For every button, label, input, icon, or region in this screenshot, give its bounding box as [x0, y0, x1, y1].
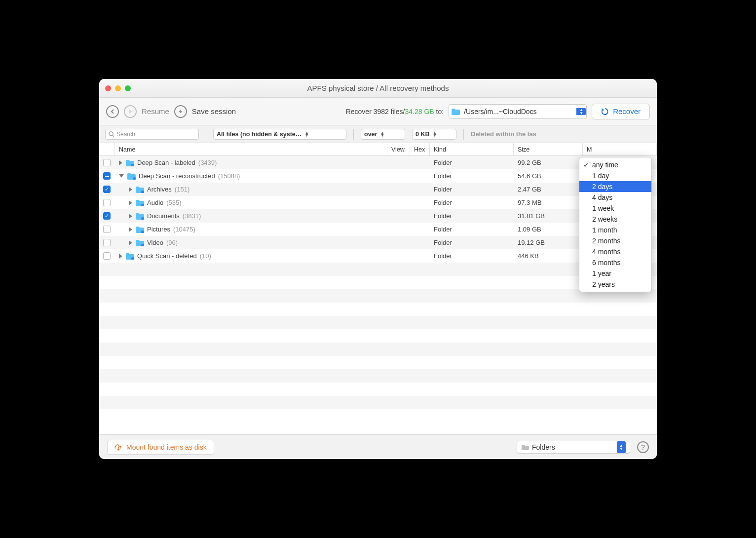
menu-item[interactable]: 2 days [579, 181, 651, 192]
caret-icon: ▲▼ [380, 132, 384, 137]
disclosure-triangle-icon[interactable] [129, 240, 132, 245]
menu-item[interactable]: ✓any time [579, 159, 651, 170]
recover-prefix: Recover [346, 108, 374, 115]
disclosure-triangle-icon[interactable] [129, 200, 132, 205]
size-comparator-filter[interactable]: over ▲▼ [361, 129, 405, 140]
row-checkbox[interactable] [103, 226, 111, 233]
search-input[interactable]: Search [105, 129, 199, 140]
zoom-window-button[interactable] [125, 85, 131, 91]
menu-item-label: 4 days [592, 193, 612, 201]
menu-item-label: 2 months [592, 237, 621, 245]
row-size: 1.09 GB [514, 226, 583, 233]
row-size: 99.2 GB [514, 159, 583, 166]
menu-item[interactable]: 1 year [579, 268, 651, 279]
menu-item[interactable]: 2 weeks [579, 214, 651, 225]
row-kind: Folder [430, 212, 514, 220]
disclosure-triangle-icon[interactable] [129, 214, 132, 219]
row-size: 446 KB [514, 252, 583, 260]
menu-item[interactable]: 1 month [579, 225, 651, 235]
folder-icon [135, 199, 144, 206]
recover-icon [601, 108, 609, 115]
view-mode-label: Folders [529, 443, 617, 451]
menu-item[interactable]: 4 months [579, 246, 651, 257]
table-row[interactable]: Quick Scan - deleted (10)Folder446 KB [99, 249, 657, 263]
row-size: 19.12 GB [514, 239, 583, 246]
mount-icon [114, 443, 122, 451]
menu-item-label: 2 days [592, 183, 612, 191]
disclosure-triangle-icon[interactable] [129, 187, 132, 192]
recover-button-label: Recover [613, 107, 641, 115]
size-value-filter[interactable]: 0 KB ▲▼ [412, 129, 456, 140]
disclosure-triangle-icon[interactable] [119, 254, 122, 259]
file-type-filter[interactable]: All files (no hidden & syste… ▲▼ [213, 129, 346, 140]
row-checkbox[interactable] [103, 239, 111, 246]
play-button[interactable] [124, 105, 137, 118]
resume-label[interactable]: Resume [142, 107, 169, 115]
row-checkbox[interactable]: ✓ [103, 212, 111, 220]
mount-button[interactable]: Mount found items as disk [107, 440, 214, 455]
column-kind[interactable]: Kind [430, 143, 514, 155]
row-name: Documents [147, 212, 180, 220]
row-checkbox[interactable]: ✓ [103, 186, 111, 193]
folder-icon [135, 239, 144, 246]
table-row[interactable]: Deep Scan - labeled (3439)Folder99.2 GB [99, 156, 657, 169]
table-row[interactable]: Pictures (10475)Folder1.09 GB [99, 223, 657, 236]
menu-item-label: 2 weeks [592, 215, 617, 223]
folder-icon [135, 226, 144, 233]
disclosure-triangle-icon[interactable] [119, 174, 124, 178]
recover-button[interactable]: Recover [592, 104, 650, 119]
empty-row [99, 343, 657, 356]
table-row[interactable]: Audio (535)Folder97.3 MB [99, 196, 657, 209]
check-icon: ✓ [583, 161, 589, 169]
row-checkbox[interactable] [103, 172, 111, 180]
updown-icon: ▲▼ [576, 108, 586, 115]
save-session-icon[interactable] [174, 105, 187, 118]
menu-item[interactable]: 1 day [579, 170, 651, 181]
column-view[interactable]: View [387, 143, 410, 155]
empty-row [99, 276, 657, 289]
table-row[interactable]: ✓Archives (151)Folder2.47 GB [99, 183, 657, 196]
deleted-within-menu[interactable]: ✓any time1 day2 days4 days1 week2 weeks1… [579, 157, 652, 292]
column-name[interactable]: Name [115, 143, 387, 155]
folder-icon [449, 108, 462, 115]
folder-icon [135, 186, 144, 193]
title-bar: APFS physical store / All recovery metho… [99, 79, 657, 98]
row-count: (96) [166, 239, 178, 246]
menu-item[interactable]: 1 week [579, 203, 651, 214]
table-row[interactable]: ✓Documents (3831)Folder31.81 GB [99, 209, 657, 223]
disclosure-triangle-icon[interactable] [129, 227, 132, 232]
table-row[interactable]: Deep Scan - reconstructed (15088)Folder5… [99, 169, 657, 183]
column-size[interactable]: Size [514, 143, 583, 155]
row-name: Deep Scan - labeled [137, 159, 195, 166]
updown-icon: ▲▼ [617, 441, 626, 453]
size-comparator-label: over [364, 131, 377, 138]
close-window-button[interactable] [105, 85, 111, 91]
minimize-window-button[interactable] [115, 85, 121, 91]
row-checkbox[interactable] [103, 199, 111, 206]
empty-row [99, 396, 657, 409]
menu-item-label: 2 years [592, 280, 615, 288]
folder-icon [125, 159, 134, 166]
back-button[interactable] [106, 105, 119, 118]
empty-row [99, 369, 657, 383]
row-checkbox[interactable] [103, 252, 111, 260]
menu-item[interactable]: 2 months [579, 235, 651, 246]
table-row[interactable]: Video (96)Folder19.12 GB [99, 236, 657, 249]
row-count: (10475) [173, 226, 195, 233]
column-hex[interactable]: Hex [410, 143, 430, 155]
disclosure-triangle-icon[interactable] [119, 160, 122, 165]
help-button[interactable]: ? [637, 441, 649, 453]
menu-item-label: 4 months [592, 248, 621, 256]
empty-row [99, 263, 657, 276]
menu-item[interactable]: 6 months [579, 257, 651, 268]
menu-item[interactable]: 2 years [579, 279, 651, 290]
menu-item[interactable]: 4 days [579, 192, 651, 203]
row-checkbox[interactable] [103, 159, 111, 166]
destination-path-picker[interactable]: /Users/im...~CloudDocs ▲▼ [449, 104, 587, 119]
empty-row [99, 329, 657, 343]
save-session-label[interactable]: Save session [192, 107, 236, 115]
column-modified[interactable]: M [583, 143, 657, 155]
recover-count: 3982 files/ [374, 108, 405, 115]
view-mode-select[interactable]: Folders ▲▼ [517, 441, 630, 454]
svg-line-1 [113, 135, 114, 137]
